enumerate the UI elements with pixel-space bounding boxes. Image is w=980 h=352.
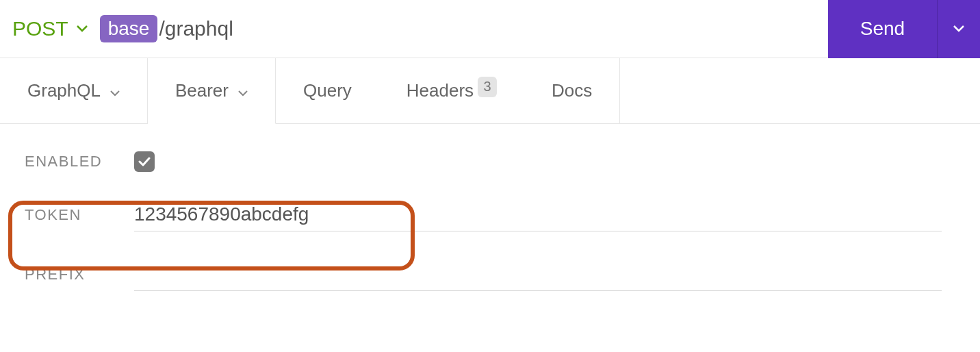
send-dropdown-button[interactable]	[938, 0, 980, 58]
token-row: TOKEN	[25, 198, 955, 231]
tab-query[interactable]: Query	[276, 58, 379, 123]
method-selector[interactable]: POST	[12, 17, 100, 40]
enabled-label: ENABLED	[25, 153, 134, 171]
tab-body-label: GraphQL	[27, 80, 101, 101]
caret-down-icon	[238, 80, 248, 101]
send-button[interactable]: Send	[828, 0, 938, 58]
token-label: TOKEN	[25, 206, 134, 224]
tab-headers-label: Headers	[407, 80, 474, 101]
check-icon	[138, 157, 151, 166]
enabled-checkbox[interactable]	[134, 151, 155, 172]
base-url-pill[interactable]: base	[100, 15, 158, 42]
request-bar: POST base /graphql Send	[0, 0, 980, 58]
prefix-input[interactable]	[134, 257, 942, 291]
token-input[interactable]	[134, 198, 942, 231]
tab-body[interactable]: GraphQL	[0, 58, 148, 124]
url-path[interactable]: /graphql	[159, 17, 233, 40]
enabled-row: ENABLED	[25, 151, 955, 172]
prefix-row: PREFIX	[25, 257, 955, 291]
headers-count-badge: 3	[478, 77, 497, 97]
tab-auth[interactable]: Bearer	[148, 58, 276, 124]
tab-docs[interactable]: Docs	[524, 58, 620, 123]
auth-form: ENABLED TOKEN PREFIX	[0, 124, 980, 344]
caret-down-icon	[110, 80, 120, 101]
tab-query-label: Query	[303, 80, 352, 101]
caret-down-icon	[953, 24, 964, 34]
method-label: POST	[12, 17, 68, 40]
tabs: GraphQL Bearer Query Headers 3 Docs	[0, 58, 980, 124]
tab-auth-label: Bearer	[175, 80, 229, 101]
caret-down-icon	[77, 25, 88, 32]
tab-docs-label: Docs	[552, 80, 592, 101]
prefix-label: PREFIX	[25, 266, 134, 284]
tab-headers[interactable]: Headers 3	[379, 58, 524, 123]
send-label: Send	[860, 18, 905, 40]
